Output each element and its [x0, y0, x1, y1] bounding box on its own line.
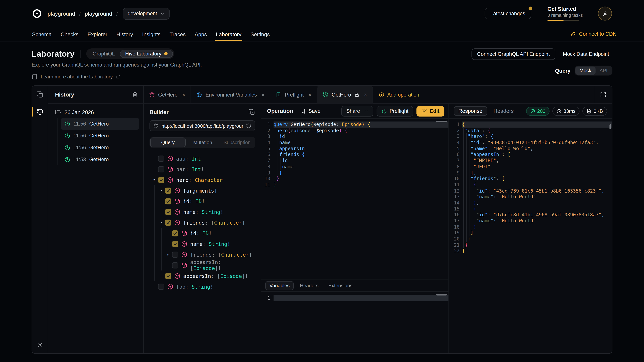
schema-field-friends[interactable]: ▸friends: [Character]	[150, 249, 255, 260]
variables-editor[interactable]: 1	[261, 292, 448, 353]
response-tab-headers[interactable]: Headers	[490, 107, 517, 115]
nav-item-traces[interactable]: Traces	[165, 27, 190, 41]
query-editor[interactable]: 1query GetHero($episode: Episode) {2 her…	[261, 119, 448, 280]
history-entry-time: 11:56	[74, 133, 86, 138]
tab-mutation[interactable]: Mutation	[186, 137, 220, 147]
operation-tab-gethero[interactable]: GetHero×	[317, 86, 373, 103]
get-started-widget[interactable]: Get Started 3 remaining tasks	[548, 6, 583, 21]
footer-tab-headers[interactable]: Headers	[296, 282, 322, 290]
clock-icon	[556, 109, 561, 113]
tab-query[interactable]: Query	[150, 137, 186, 147]
schema-field-foo[interactable]: foo: String!	[150, 281, 255, 292]
schema-field-appearsIn[interactable]: appearsIn: [Episode]!	[150, 271, 255, 281]
scrollbar-thumb[interactable]	[436, 294, 447, 296]
schema-field-appearsIn[interactable]: appearsIn: [Episode]!	[150, 260, 255, 271]
schema-field-aaa[interactable]: aaa: Int	[150, 153, 255, 164]
collections-icon[interactable]	[36, 91, 44, 98]
nav-item-apps[interactable]: Apps	[190, 27, 211, 41]
trash-icon[interactable]	[132, 91, 138, 98]
type-cube-icon	[174, 273, 180, 279]
connect-endpoint-button[interactable]: Connect GraphQL API Endpoint	[472, 48, 556, 60]
save-button[interactable]: Save	[300, 108, 320, 114]
field-checkbox[interactable]	[165, 198, 171, 204]
fullscreen-button[interactable]	[594, 86, 612, 103]
mock-endpoint-button[interactable]: Mock Data Endpoint	[560, 48, 612, 60]
footer-tab-variables[interactable]: Variables	[265, 281, 294, 290]
history-entry[interactable]: 11:56GetHero	[61, 142, 139, 153]
preflight-button[interactable]: Preflight	[376, 106, 414, 116]
scrollbar-thumb[interactable]	[436, 121, 447, 122]
close-tab-icon[interactable]: ×	[308, 91, 312, 98]
operation-tab-preflight[interactable]: Preflight×	[270, 86, 317, 103]
add-operation-button[interactable]: Add operation	[373, 86, 425, 103]
nav-item-explorer[interactable]: Explorer	[83, 27, 112, 41]
schema-field-bar[interactable]: bar: Int!	[150, 164, 255, 174]
learn-more-link[interactable]: Learn more about the Laboratory	[32, 74, 202, 80]
history-entry[interactable]: 11:56GetHero	[61, 118, 139, 130]
operation-tab-environment-variables[interactable]: Environment Variables×	[191, 86, 270, 103]
field-checkbox[interactable]	[158, 155, 164, 162]
nav-item-schema[interactable]: Schema	[28, 27, 56, 41]
nav-item-laboratory[interactable]: Laboratory	[211, 27, 246, 41]
field-checkbox[interactable]	[165, 219, 171, 226]
settings-gear-icon[interactable]	[36, 342, 43, 349]
nav-item-settings[interactable]: Settings	[246, 27, 274, 41]
share-button[interactable]: Share	[342, 106, 373, 116]
nav-item-checks[interactable]: Checks	[56, 27, 83, 41]
environment-dropdown[interactable]: development	[123, 7, 170, 19]
field-checkbox[interactable]	[172, 241, 178, 247]
schema-field-arguments[interactable]: ▾[arguments]	[150, 185, 255, 196]
schema-field-name[interactable]: name: String!	[150, 206, 255, 217]
operation-tab-gethero[interactable]: GetHero×	[144, 86, 191, 103]
endpoint-url-input[interactable]: http://localhost:3000/api/lab/playground	[150, 120, 255, 131]
mode-mock[interactable]: Mock	[576, 66, 595, 75]
schema-field-id[interactable]: id: ID!	[150, 228, 255, 239]
breadcrumb-project[interactable]: playground	[85, 10, 112, 16]
response-tab-response[interactable]: Response	[454, 106, 487, 116]
field-checkbox[interactable]	[158, 166, 164, 172]
type-cube-icon	[167, 177, 174, 183]
field-checkbox[interactable]	[158, 177, 164, 183]
nav-item-history[interactable]: History	[112, 27, 138, 41]
avatar[interactable]	[598, 6, 612, 20]
code-line: 10 "friends": [	[449, 176, 612, 182]
close-tab-icon[interactable]: ×	[182, 91, 186, 98]
chevron-down-icon[interactable]: ▾	[152, 178, 156, 182]
collapse-all-icon[interactable]	[248, 109, 255, 115]
history-entry[interactable]: 11:56GetHero	[61, 130, 139, 142]
schema-field-hero[interactable]: ▾hero: Character	[150, 174, 255, 185]
field-checkbox[interactable]	[165, 187, 171, 194]
rail-item-history[interactable]	[32, 106, 48, 117]
history-date-group[interactable]: 26 Jan 2026	[52, 109, 139, 115]
chevron-right-icon[interactable]: ▸	[166, 252, 170, 256]
get-started-title: Get Started	[548, 6, 583, 12]
hive-logo-icon[interactable]	[32, 8, 42, 19]
history-entry[interactable]: 11:53GetHero	[61, 153, 139, 165]
schema-field-name[interactable]: name: String!	[150, 239, 255, 249]
tab-subscription[interactable]: Subscription	[220, 137, 254, 147]
refresh-icon[interactable]	[246, 123, 252, 129]
field-checkbox[interactable]	[172, 251, 178, 258]
scrollbar-thumb[interactable]	[610, 124, 611, 129]
field-checkbox[interactable]	[165, 209, 171, 215]
field-checkbox[interactable]	[172, 262, 178, 268]
latest-changes-button[interactable]: Latest changes	[485, 8, 531, 19]
schema-field-id[interactable]: id: ID!	[150, 196, 255, 206]
field-checkbox[interactable]	[172, 230, 178, 236]
chevron-down-icon[interactable]: ▾	[159, 188, 164, 192]
edit-button[interactable]: Edit	[416, 106, 444, 116]
response-viewer[interactable]: 1{2 "data": {3 "hero": {4 "id": "9303830…	[449, 119, 612, 354]
close-tab-icon[interactable]: ×	[364, 91, 367, 98]
mode-api[interactable]: API	[595, 66, 612, 75]
toggle-graphiql[interactable]: GraphiQL	[88, 50, 120, 58]
connect-cdn-link[interactable]: Connect to CDN	[570, 27, 616, 41]
footer-tab-extensions[interactable]: Extensions	[325, 282, 356, 290]
toggle-hive-laboratory[interactable]: Hive Laboratory	[120, 50, 173, 58]
schema-field-friends[interactable]: ▾friends: [Character]	[150, 217, 255, 228]
field-checkbox[interactable]	[158, 283, 164, 290]
field-checkbox[interactable]	[165, 273, 171, 279]
breadcrumb-org[interactable]: playground	[48, 10, 75, 16]
nav-item-insights[interactable]: Insights	[138, 27, 165, 41]
close-tab-icon[interactable]: ×	[261, 91, 265, 98]
chevron-down-icon[interactable]: ▾	[159, 220, 164, 224]
